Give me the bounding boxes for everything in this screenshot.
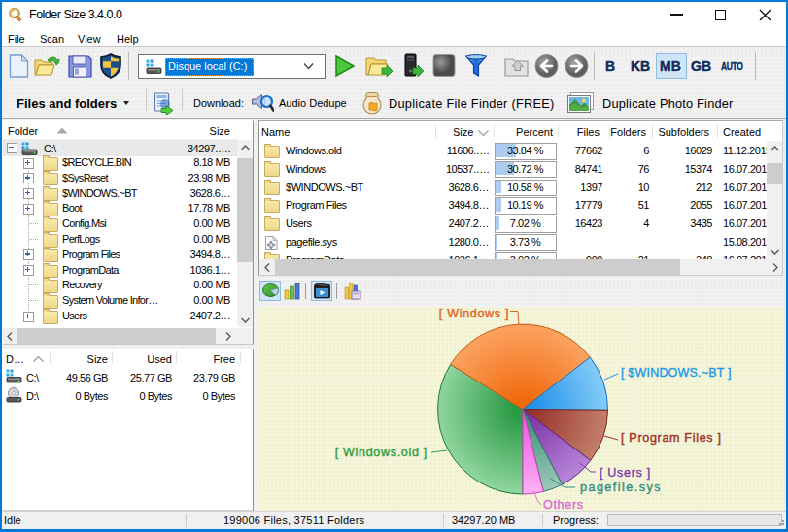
svg-text:[ Users ]: [ Users ] — [600, 466, 651, 480]
svg-text:[ Program Files ]: [ Program Files ] — [621, 431, 722, 445]
svg-text:pagefile.sys: pagefile.sys — [580, 481, 662, 494]
svg-text:[ Windows.old ]: [ Windows.old ] — [335, 446, 428, 459]
svg-text:[ Windows ]: [ Windows ] — [439, 307, 509, 320]
svg-text:[ $WINDOWS.~BT ]: [ $WINDOWS.~BT ] — [621, 366, 732, 380]
svg-text:Others: Others — [543, 498, 584, 511]
